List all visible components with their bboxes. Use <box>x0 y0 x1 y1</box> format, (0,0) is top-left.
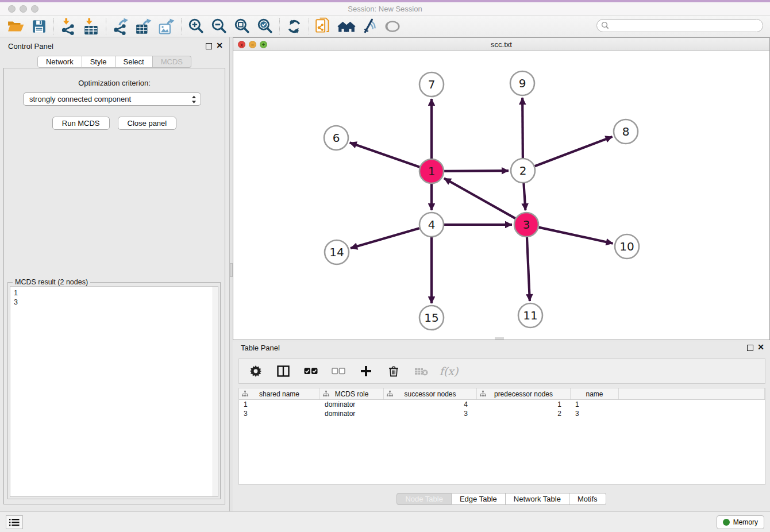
table-cell[interactable]: dominator <box>320 400 384 409</box>
graph-node-2[interactable]: 2 <box>511 159 535 183</box>
merge-columns-button[interactable] <box>276 363 291 380</box>
tab-network-table[interactable]: Network Table <box>506 493 569 505</box>
show-graphics-details-button[interactable] <box>358 17 381 36</box>
graph-node-3[interactable]: 3 <box>514 213 538 237</box>
table-body: 1dominator4113dominator323 <box>239 400 765 418</box>
mcds-result-textarea[interactable]: 1 3 <box>10 286 218 497</box>
network-canvas[interactable]: 1234678910111415 <box>233 51 769 340</box>
table-cell[interactable]: 4 <box>384 400 477 409</box>
table-cell[interactable]: 1 <box>477 400 571 409</box>
table-cell[interactable]: 1 <box>239 400 320 409</box>
run-mcds-button[interactable]: Run MCDS <box>52 117 110 130</box>
tab-network[interactable]: Network <box>37 56 82 68</box>
zoom-fit-button[interactable] <box>230 17 253 36</box>
window-title: Session: New Session <box>0 5 770 13</box>
graph-node-14[interactable]: 14 <box>325 240 349 264</box>
node-label: 15 <box>424 311 438 325</box>
delete-table-button[interactable] <box>414 363 429 380</box>
memory-button[interactable]: Memory <box>717 515 764 529</box>
birds-eye-view-button[interactable] <box>381 17 404 36</box>
table-cell[interactable]: 1 <box>571 400 619 409</box>
close-panel-button[interactable]: Close panel <box>118 117 177 130</box>
column-header-predecessor-nodes[interactable]: predecessor nodes <box>477 388 571 399</box>
node-table[interactable]: shared nameMCDS rolesuccessor nodesprede… <box>238 388 765 485</box>
edge-2-3[interactable] <box>523 183 525 210</box>
table-cell[interactable]: 3 <box>571 409 619 418</box>
graph-node-15[interactable]: 15 <box>419 306 444 330</box>
zoom-out-button[interactable] <box>207 17 230 36</box>
import-network-button[interactable] <box>57 17 80 36</box>
float-table-panel-icon[interactable] <box>747 345 753 351</box>
column-header-MCDS-role[interactable]: MCDS role <box>320 388 384 399</box>
search-input[interactable] <box>596 19 763 32</box>
graph-node-4[interactable]: 4 <box>419 213 444 237</box>
clear-all-checks-button[interactable] <box>331 363 346 380</box>
close-window-button[interactable] <box>8 5 16 13</box>
table-cell[interactable]: 3 <box>384 409 477 418</box>
edge-3-1[interactable] <box>444 178 515 218</box>
tab-style[interactable]: Style <box>82 56 116 68</box>
edge-2-9[interactable] <box>522 98 523 158</box>
tab-edge-table[interactable]: Edge Table <box>452 493 506 505</box>
save-session-button[interactable] <box>28 17 51 36</box>
add-column-button[interactable] <box>359 363 374 380</box>
edge-1-6[interactable] <box>350 142 420 167</box>
table-cell[interactable]: 2 <box>477 409 571 418</box>
open-folder-icon <box>7 19 25 34</box>
close-panel-icon[interactable]: ✕ <box>216 41 223 49</box>
tab-node-table[interactable]: Node Table <box>396 493 452 505</box>
zoom-in-button[interactable] <box>184 17 207 36</box>
table-cell[interactable]: 3 <box>239 409 320 418</box>
export-table-button[interactable] <box>132 17 155 36</box>
close-table-panel-icon[interactable]: ✕ <box>757 343 764 351</box>
graph-node-1[interactable]: 1 <box>419 159 444 183</box>
toolbar-separator <box>106 18 106 34</box>
node-label: 7 <box>428 78 436 91</box>
column-header-shared-name[interactable]: shared name <box>239 388 320 399</box>
delete-column-button[interactable] <box>386 363 401 380</box>
result-scrollbar[interactable] <box>213 287 218 496</box>
clone-network-button[interactable] <box>312 17 335 36</box>
graph-node-10[interactable]: 10 <box>615 234 639 259</box>
select-all-checks-button[interactable] <box>303 363 318 380</box>
graph-node-7[interactable]: 7 <box>419 72 444 97</box>
apply-layout-button[interactable] <box>283 17 306 36</box>
canvas-scroll-handle[interactable] <box>495 337 504 340</box>
edge-3-10[interactable] <box>538 228 613 244</box>
graph-node-9[interactable]: 9 <box>510 71 534 95</box>
maximize-window-button[interactable] <box>31 5 38 13</box>
table-row[interactable]: 3dominator323 <box>239 409 765 418</box>
network-window-titlebar[interactable]: x − + scc.txt <box>233 38 769 51</box>
memory-status-icon <box>723 519 730 526</box>
task-history-button[interactable] <box>6 515 23 529</box>
edge-2-8[interactable] <box>535 137 613 166</box>
column-settings-button[interactable] <box>248 363 263 380</box>
toolbar-separator <box>279 18 280 34</box>
function-builder-button[interactable]: f(x) <box>441 363 456 380</box>
graph-node-8[interactable]: 8 <box>614 119 638 144</box>
table-row[interactable]: 1dominator411 <box>239 400 765 409</box>
column-header-name[interactable]: name <box>571 388 619 399</box>
edge-4-14[interactable] <box>351 228 419 248</box>
optimization-criterion-dropdown[interactable]: strongly connected component <box>23 92 201 106</box>
home-button[interactable] <box>335 17 358 36</box>
two-columns-icon <box>277 365 290 377</box>
tab-select[interactable]: Select <box>116 56 153 68</box>
minimize-window-button[interactable] <box>20 5 27 13</box>
graph-node-11[interactable]: 11 <box>518 303 542 327</box>
open-session-button[interactable] <box>5 17 28 36</box>
node-label: 9 <box>519 76 526 90</box>
export-network-button[interactable] <box>109 17 132 36</box>
tab-mcds[interactable]: MCDS <box>153 56 191 68</box>
float-panel-icon[interactable] <box>206 43 212 49</box>
zoom-selected-button[interactable] <box>253 17 276 36</box>
edge-3-11[interactable] <box>527 237 530 301</box>
save-floppy-icon <box>31 19 47 34</box>
table-cell[interactable]: dominator <box>320 409 384 418</box>
import-table-button[interactable] <box>80 17 103 36</box>
graph-node-6[interactable]: 6 <box>324 126 348 150</box>
export-image-button[interactable] <box>155 17 178 36</box>
tab-motifs[interactable]: Motifs <box>569 493 606 505</box>
edge-1-2[interactable] <box>444 171 509 171</box>
column-header-successor-nodes[interactable]: successor nodes <box>384 388 477 399</box>
